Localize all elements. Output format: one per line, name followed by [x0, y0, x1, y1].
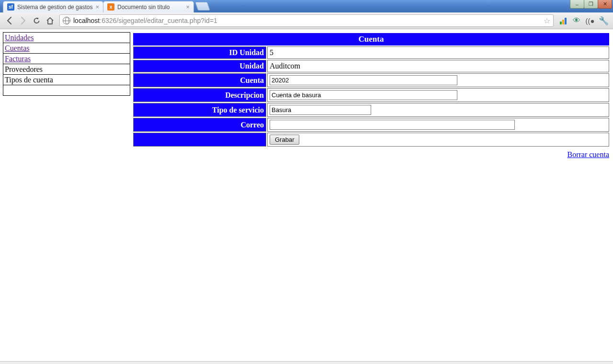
tipo-servicio-input[interactable]	[270, 105, 371, 115]
page-body: Unidades Cuentas Facturas Proveedores Ti…	[0, 29, 613, 159]
tab-title: Documento sin título	[117, 4, 183, 11]
sidebar-menu: Unidades Cuentas Facturas Proveedores Ti…	[3, 32, 130, 96]
tab-sistema-gestion[interactable]: sf Sistema de gestion de gastos ×	[3, 1, 103, 12]
maximize-button[interactable]: ❐	[584, 0, 598, 9]
url-path: :6326/sigegatel/editar_cuenta.php?id=1	[100, 17, 217, 24]
url-host: localhost	[73, 17, 100, 24]
correo-input[interactable]	[270, 120, 515, 130]
new-tab-button[interactable]	[195, 2, 210, 11]
sidebar-item-unidades[interactable]: Unidades	[3, 33, 130, 43]
value-unidad: Auditcom	[267, 60, 609, 72]
close-window-button[interactable]: ✕	[598, 0, 612, 9]
globe-icon	[63, 17, 70, 24]
browser-titlebar: sf Sistema de gestion de gastos × x Docu…	[0, 0, 613, 12]
borrar-cuenta-link[interactable]: Borrar cuenta	[567, 150, 609, 159]
forward-button[interactable]	[17, 15, 29, 26]
sidebar-link[interactable]: Unidades	[5, 34, 34, 42]
browser-toolbar: localhost:6326/sigegatel/editar_cuenta.p…	[0, 12, 613, 29]
window-buttons: – ❐ ✕	[570, 0, 612, 9]
settings-wrench-icon[interactable]: 🔧	[599, 16, 608, 25]
sidebar-item-empty	[3, 85, 130, 96]
address-bar[interactable]: localhost:6326/sigegatel/editar_cuenta.p…	[59, 14, 554, 27]
label-id-unidad: ID Unidad	[133, 46, 266, 59]
sidebar-link[interactable]: Facturas	[5, 55, 31, 63]
favicon-icon: x	[107, 3, 114, 11]
cuenta-input[interactable]	[270, 75, 457, 85]
sidebar-link[interactable]: Cuentas	[5, 44, 30, 52]
label-descripcion: Descripcion	[133, 88, 266, 102]
minimize-button[interactable]: –	[570, 0, 584, 9]
descripcion-input[interactable]	[270, 90, 457, 100]
main-content: Cuenta ID Unidad 5 Unidad Auditcom Cuent…	[132, 32, 610, 159]
sidebar-item-proveedores[interactable]: Proveedores	[3, 64, 130, 75]
value-id-unidad: 5	[267, 46, 609, 59]
back-button[interactable]	[4, 15, 15, 26]
bookmark-star-icon[interactable]: ☆	[544, 16, 550, 25]
tab-strip: sf Sistema de gestion de gastos × x Docu…	[3, 1, 209, 12]
extension-sound-icon[interactable]: ((●	[585, 16, 595, 25]
sidebar-item-facturas[interactable]: Facturas	[3, 54, 130, 64]
label-tipo-servicio: Tipo de servicio	[133, 103, 266, 117]
form-title: Cuenta	[133, 33, 609, 46]
sidebar-label: Proveedores	[5, 65, 43, 73]
favicon-icon: sf	[7, 3, 14, 11]
label-cuenta: Cuenta	[133, 73, 266, 87]
label-correo: Correo	[133, 118, 266, 132]
close-tab-icon[interactable]: ×	[186, 3, 190, 11]
delete-link-row: Borrar cuenta	[132, 148, 610, 159]
extension-icons: 👁 ((● 🔧	[556, 16, 610, 25]
sidebar-item-cuentas[interactable]: Cuentas	[3, 43, 130, 54]
close-tab-icon[interactable]: ×	[95, 3, 99, 11]
home-button[interactable]	[44, 15, 56, 26]
sidebar-label: Tipos de cuenta	[5, 76, 53, 84]
label-unidad: Unidad	[133, 60, 266, 72]
tab-documento[interactable]: x Documento sin título ×	[103, 1, 194, 12]
form-table: Cuenta ID Unidad 5 Unidad Auditcom Cuent…	[132, 32, 610, 148]
sidebar-item-tipos-cuenta[interactable]: Tipos de cuenta	[3, 75, 130, 85]
reload-button[interactable]	[31, 15, 42, 26]
url-text: localhost:6326/sigegatel/editar_cuenta.p…	[73, 17, 217, 24]
grabar-button[interactable]: Grabar	[270, 135, 299, 145]
extension-eye-icon[interactable]: 👁	[572, 16, 581, 25]
extension-bars-icon[interactable]	[558, 16, 568, 25]
tab-title: Sistema de gestion de gastos	[17, 4, 92, 11]
label-submit-empty	[133, 133, 266, 147]
